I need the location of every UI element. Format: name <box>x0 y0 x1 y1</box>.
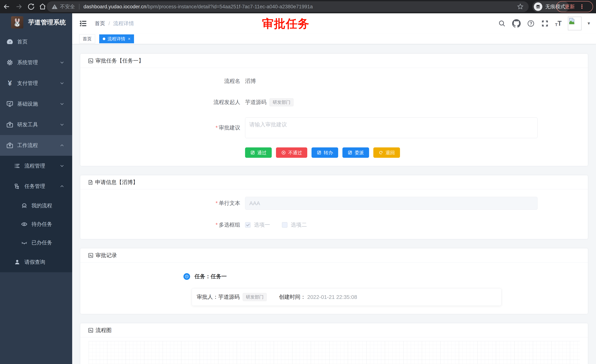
required-mark: * <box>216 222 218 228</box>
bookmark-star-icon[interactable] <box>517 3 524 10</box>
field-label: *单行文本 <box>88 200 245 207</box>
sidebar-item-home[interactable]: 首页 <box>0 31 72 52</box>
sidebar-item-workflow[interactable]: 工作流程 <box>0 135 72 156</box>
sidebar-item-my-process[interactable]: 我的流程 <box>0 197 72 215</box>
tab-process-detail[interactable]: 流程详情 × <box>99 34 134 43</box>
broken-image-icon <box>569 18 574 24</box>
update-label: 更新 <box>565 3 575 10</box>
required-mark: * <box>216 125 218 131</box>
forward-icon[interactable] <box>15 3 23 11</box>
collapse-sidebar-icon[interactable] <box>79 19 87 28</box>
chevron-up-icon <box>59 183 65 189</box>
required-mark: * <box>216 200 218 206</box>
sidebar-item-dev-tools[interactable]: 研发工具 <box>0 114 72 135</box>
search-icon[interactable] <box>498 20 506 27</box>
application-info-card: 申请信息【滔博】 *单行文本 *多选框组 选项一 选项二 <box>80 175 588 239</box>
briefcase-icon <box>6 121 14 128</box>
card-header: 审批记录 <box>80 248 588 262</box>
delegate-button[interactable]: 委派 <box>343 147 369 158</box>
home-icon[interactable] <box>38 3 47 11</box>
sidebar-item-todo-tasks[interactable]: 待办任务 <box>0 215 72 233</box>
breadcrumb: 首页 / 流程详情 <box>95 20 134 27</box>
url-host: dashboard.yudao.iocoder.cn <box>83 4 146 10</box>
main-area: 审批任务 首页 / 流程详情 TT ▼ 首页 流程详情 × <box>72 13 596 364</box>
sidebar-item-system[interactable]: 系统管理 <box>0 52 72 73</box>
font-size-icon[interactable]: TT <box>555 20 562 27</box>
sidebar-item-leave-query[interactable]: 请假查询 <box>0 252 72 272</box>
person-face-icon <box>20 202 28 209</box>
record-detail-box: 审批人： 芋道源码 研发部门 创建时间： 2022-01-21 22:35:08 <box>192 288 501 306</box>
yen-icon: ¥ <box>6 79 14 87</box>
checkbox-unchecked-icon <box>282 222 287 228</box>
browser-menu-icon[interactable]: ⋮ <box>579 4 585 9</box>
checkbox-option-2: 选项二 <box>282 221 307 229</box>
avatar-dropdown[interactable] <box>568 17 581 30</box>
breadcrumb-separator: / <box>108 21 110 26</box>
sidebar-item-payment[interactable]: ¥ 支付管理 <box>0 73 72 94</box>
form-row-single-text: *单行文本 <box>88 197 581 210</box>
field-label: *审批建议 <box>88 124 245 131</box>
tab-close-icon[interactable]: × <box>128 36 130 41</box>
card-header: 流程图 <box>80 323 588 337</box>
card-header: 申请信息【滔博】 <box>80 175 588 189</box>
tree-icon <box>13 183 21 189</box>
tab-label: 首页 <box>83 36 92 42</box>
initiator-value: 芋道源码 <box>245 99 267 106</box>
list-icon <box>13 163 21 169</box>
form-row-approval-suggestion: *审批建议 <box>88 117 581 138</box>
process-diagram-card: 流程图 <box>80 323 588 364</box>
update-button[interactable]: 更新 ⋮ <box>556 1 593 12</box>
chevron-up-icon <box>59 143 65 148</box>
sidebar-item-done-tasks[interactable]: 已办任务 <box>0 233 72 252</box>
sidebar-item-process-management[interactable]: 流程管理 <box>0 156 72 176</box>
security-label: 不安全 <box>60 3 75 10</box>
clock-icon <box>183 273 190 280</box>
create-time-value: 2022-01-21 22:35:08 <box>307 294 357 300</box>
picture-icon <box>88 253 94 258</box>
chevron-down-icon <box>59 60 65 65</box>
checkbox-checked-icon <box>245 222 251 228</box>
workflow-submenu: 流程管理 任务管理 我的流程 待办任务 已办任务 <box>0 156 72 272</box>
approve-button[interactable]: 通过 <box>245 147 272 158</box>
chevron-down-icon <box>59 80 65 86</box>
bpmn-canvas[interactable] <box>89 341 580 364</box>
document-icon <box>88 180 93 185</box>
address-bar[interactable]: 不安全 dashboard.yudao.iocoder.cn/bpm/proce… <box>47 1 529 12</box>
briefcase-icon <box>6 142 14 149</box>
form-row-checkbox-group: *多选框组 选项一 选项二 <box>88 219 581 231</box>
approval-record-card: 审批记录 任务：任务一 审批人： 芋道源码 研发部门 创建时间： 2022-01… <box>80 248 588 314</box>
fullscreen-icon[interactable] <box>541 20 549 27</box>
approver-value: 芋道源码 <box>218 293 240 301</box>
sidebar: 🐰 芋道管理系统 首页 系统管理 ¥ 支付管理 基础设施 研发工具 <box>0 13 72 364</box>
back-icon[interactable] <box>3 3 11 11</box>
tab-home[interactable]: 首页 <box>79 34 95 43</box>
transfer-button[interactable]: 转办 <box>312 147 338 158</box>
reload-icon[interactable] <box>27 3 35 11</box>
approval-suggestion-textarea[interactable] <box>245 117 537 138</box>
breadcrumb-home[interactable]: 首页 <box>95 20 105 27</box>
approval-task-card: 审批任务【任务一】 流程名 滔博 流程发起人 芋道源码 研发部门 *审批建议 <box>80 54 588 166</box>
card-header: 审批任务【任务一】 <box>80 54 588 68</box>
app-logo[interactable]: 🐰 芋道管理系统 <box>0 13 72 31</box>
form-row-initiator: 流程发起人 芋道源码 研发部门 <box>88 96 581 108</box>
eye-closed-icon <box>20 239 28 246</box>
gear-icon <box>6 59 14 66</box>
sidebar-item-task-management[interactable]: 任务管理 <box>0 176 72 197</box>
task-title: 任务：任务一 <box>194 273 227 280</box>
field-label: 流程名 <box>88 78 245 85</box>
timeline-node: 任务：任务一 <box>183 273 581 280</box>
dashboard-icon <box>6 38 14 46</box>
dept-tag: 研发部门 <box>269 98 294 106</box>
caret-down-icon[interactable]: ▼ <box>587 21 591 26</box>
tab-label: 流程详情 <box>108 36 125 42</box>
reject-button[interactable]: 不通过 <box>276 147 307 158</box>
active-tab-dot <box>103 37 105 40</box>
github-icon[interactable] <box>512 19 521 28</box>
field-label: 流程发起人 <box>88 99 245 106</box>
sidebar-item-infrastructure[interactable]: 基础设施 <box>0 94 72 114</box>
chevron-down-icon <box>59 101 65 107</box>
app-title: 芋道管理系统 <box>28 18 66 27</box>
help-icon[interactable] <box>527 20 535 27</box>
return-button[interactable]: 退回 <box>373 147 400 158</box>
approval-actions: 通过 不通过 转办 委派 <box>245 147 581 158</box>
